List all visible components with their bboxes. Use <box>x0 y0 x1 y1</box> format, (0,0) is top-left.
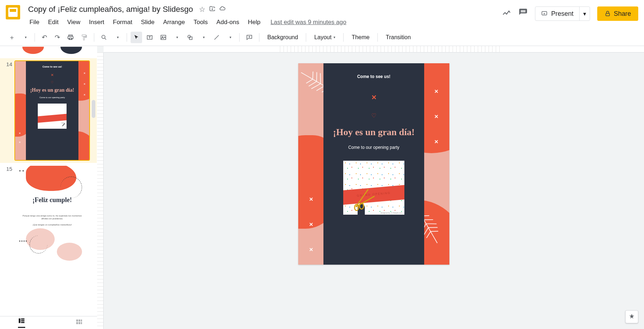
menu-view[interactable]: View <box>64 17 84 27</box>
separator <box>127 33 127 42</box>
slide-thumb-partial[interactable] <box>0 46 97 58</box>
vertical-ruler[interactable] <box>97 52 104 329</box>
app-header: Copy of ¡Feliz cumpleaños, amiga! by Sli… <box>0 0 644 29</box>
share-button[interactable]: Share <box>597 6 638 21</box>
svg-rect-7 <box>190 37 192 40</box>
star-icon[interactable]: ☆ <box>199 5 205 14</box>
svg-rect-16 <box>78 322 80 324</box>
share-label: Share <box>614 10 631 18</box>
svg-point-2 <box>102 35 105 38</box>
heart-icon: ♡ <box>328 112 419 119</box>
ribbon-image[interactable]: GRAND OPENING designed by ⓕ freepik.com <box>343 161 404 215</box>
slide-canvas[interactable]: ✕ ✕ ✕ ✕ ✕ ✕ Come to see us! ✕ ♡ ¡Hoy es … <box>104 52 644 329</box>
menu-insert[interactable]: Insert <box>85 17 108 27</box>
present-dropdown[interactable]: ▾ <box>579 7 590 20</box>
slide-thumb-15[interactable]: 15 ¡Feliz cumple! Porque tengo una amiga… <box>0 163 97 268</box>
canvas-area: ✕ ✕ ✕ ✕ ✕ ✕ Come to see us! ✕ ♡ ¡Hoy es … <box>97 46 644 329</box>
redo-button[interactable]: ↷ <box>51 32 63 43</box>
x-decoration-icon: ✕ <box>309 196 313 202</box>
menu-file[interactable]: File <box>26 17 43 27</box>
layout-button[interactable]: Layout <box>310 32 340 43</box>
slide-number: 14 <box>4 60 14 161</box>
header-actions: Present ▾ Share <box>502 6 638 21</box>
present-button[interactable]: Present <box>535 10 579 18</box>
undo-button[interactable]: ↶ <box>38 32 50 43</box>
workspace: 14 ✕ ✕ ✕ ✕ ✕ Come to see us! ✕ ♡ ¡Hoy es… <box>0 46 644 329</box>
x-icon: ✕ <box>328 93 419 101</box>
paint-format-button[interactable] <box>78 32 90 43</box>
separator <box>343 33 344 42</box>
new-slide-dropdown[interactable] <box>19 32 31 43</box>
comments-icon[interactable] <box>518 8 528 19</box>
svg-rect-9 <box>21 318 24 319</box>
explore-button[interactable] <box>625 310 638 323</box>
new-slide-button[interactable]: ＋ <box>6 32 18 43</box>
image-dropdown[interactable] <box>171 32 182 43</box>
menu-tools[interactable]: Tools <box>190 17 212 27</box>
slide-thumbnail[interactable] <box>14 46 90 56</box>
menu-edit[interactable]: Edit <box>44 17 62 27</box>
zoom-dropdown[interactable] <box>112 32 123 43</box>
x-decoration-icon: ✕ <box>434 114 439 119</box>
slide-thumb-14[interactable]: 14 ✕ ✕ ✕ ✕ ✕ Come to see us! ✕ ♡ ¡Hoy es… <box>0 58 97 163</box>
text-box-tool[interactable] <box>144 32 156 43</box>
last-edit-link[interactable]: Last edit was 9 minutes ago <box>271 17 346 27</box>
shape-dropdown[interactable] <box>198 32 209 43</box>
background-button[interactable]: Background <box>263 32 302 43</box>
comment-tool[interactable] <box>243 32 255 43</box>
theme-button[interactable]: Theme <box>347 32 374 43</box>
grid-view-icon[interactable] <box>76 319 83 326</box>
menu-addons[interactable]: Add-ons <box>213 17 243 27</box>
line-dropdown[interactable] <box>224 32 236 43</box>
separator <box>377 33 378 42</box>
thumbnail-preview: ✕ ✕ ✕ ✕ ✕ Come to see us! ✕ ♡ ¡Hoy es un… <box>15 61 89 160</box>
document-title[interactable]: Copy of ¡Feliz cumpleaños, amiga! by Sli… <box>26 4 195 15</box>
svg-rect-8 <box>19 318 21 323</box>
separator <box>35 33 35 42</box>
separator <box>259 33 259 42</box>
shape-tool[interactable] <box>184 32 196 43</box>
svg-rect-10 <box>21 320 24 321</box>
cloud-status-icon[interactable] <box>219 5 226 14</box>
view-mode-tabs <box>0 316 97 329</box>
x-decoration-icon: ✕ <box>434 139 439 145</box>
current-slide[interactable]: ✕ ✕ ✕ ✕ ✕ ✕ Come to see us! ✕ ♡ ¡Hoy es … <box>298 63 449 265</box>
separator <box>239 33 240 42</box>
svg-point-5 <box>162 36 163 37</box>
slide-top-text[interactable]: Come to see us! <box>328 74 419 79</box>
print-button[interactable] <box>64 32 77 43</box>
svg-rect-12 <box>76 320 78 322</box>
menu-slide[interactable]: Slide <box>137 17 158 27</box>
menu-format[interactable]: Format <box>109 17 136 27</box>
present-button-group: Present ▾ <box>535 6 590 21</box>
menu-arrange[interactable]: Arrange <box>159 17 188 27</box>
slide-thumbnail[interactable]: ¡Feliz cumple! Porque tengo una amiga co… <box>14 165 90 265</box>
svg-rect-17 <box>81 322 82 324</box>
zoom-button[interactable] <box>98 32 110 43</box>
slide-thumbnail[interactable]: ✕ ✕ ✕ ✕ ✕ Come to see us! ✕ ♡ ¡Hoy es un… <box>14 60 90 161</box>
separator <box>94 33 94 42</box>
move-to-folder-icon[interactable] <box>209 5 216 14</box>
thumbnail-preview: ¡Feliz cumple! Porque tengo una amiga co… <box>15 166 89 265</box>
select-tool[interactable] <box>131 32 142 43</box>
slides-logo[interactable] <box>6 5 20 19</box>
slide-title[interactable]: ¡Hoy es un gran día! <box>328 126 419 138</box>
slide-filmstrip[interactable]: 14 ✕ ✕ ✕ ✕ ✕ Come to see us! ✕ ♡ ¡Hoy es… <box>0 46 97 316</box>
image-tool[interactable] <box>157 32 169 43</box>
filmstrip-view-icon[interactable] <box>18 318 25 328</box>
slide-subtitle[interactable]: Come to our opening party <box>328 145 419 150</box>
x-decoration-icon: ✕ <box>309 221 313 227</box>
line-tool[interactable] <box>210 32 223 43</box>
menu-help[interactable]: Help <box>244 17 264 27</box>
horizontal-ruler[interactable] <box>104 46 644 52</box>
title-area: Copy of ¡Feliz cumpleaños, amiga! by Sli… <box>26 3 502 27</box>
svg-rect-14 <box>81 320 82 322</box>
transition-button[interactable]: Transition <box>381 32 415 43</box>
slide-number <box>4 46 14 56</box>
image-credit: designed by ⓕ freepik.com <box>380 212 402 214</box>
x-decoration-icon: ✕ <box>434 88 439 94</box>
activity-icon[interactable] <box>502 8 511 19</box>
svg-rect-11 <box>21 322 24 323</box>
menu-bar: File Edit View Insert Format Slide Arran… <box>26 17 502 27</box>
scrollbar-thumb[interactable] <box>92 100 95 118</box>
